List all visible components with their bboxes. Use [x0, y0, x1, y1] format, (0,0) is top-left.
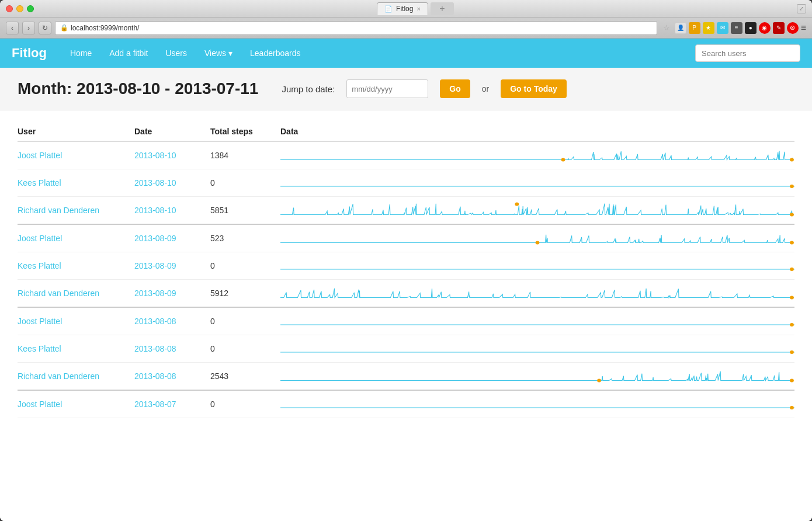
ext3-icon[interactable]: ✉: [717, 22, 728, 34]
tab-close-button[interactable]: ×: [417, 5, 420, 12]
user-link[interactable]: Kees Plattel: [18, 344, 61, 353]
app-content: Fitlog Home Add a fitbit Users Views ▾ L…: [0, 39, 812, 521]
or-text: or: [482, 84, 489, 93]
table-row: Kees Plattel 2013-08-10 0: [18, 169, 794, 197]
col-header-steps: Total steps: [210, 122, 280, 141]
date-value: 2013-08-08: [134, 317, 176, 326]
back-button[interactable]: ‹: [6, 22, 19, 34]
search-input[interactable]: [695, 44, 800, 62]
svg-point-0: [561, 158, 565, 162]
col-header-data: Data: [280, 122, 794, 141]
sparkline: [280, 147, 794, 164]
user-link[interactable]: Joost Plattel: [18, 400, 62, 409]
nav-add-fitbit[interactable]: Add a fitbit: [109, 48, 148, 58]
steps-value: 0: [210, 400, 215, 409]
sparkline: [280, 230, 794, 247]
sparkline: [280, 312, 794, 330]
brand-logo[interactable]: Fitlog: [12, 46, 47, 61]
maximize-button[interactable]: [27, 5, 34, 12]
user-link[interactable]: Richard van Denderen: [18, 206, 99, 215]
steps-value: 5912: [210, 289, 228, 298]
table-row: Joost Plattel 2013-08-09 523: [18, 224, 794, 252]
table-header: User Date Total steps Data: [18, 122, 794, 141]
ext1-icon[interactable]: P: [689, 22, 700, 34]
minimize-button[interactable]: [16, 5, 23, 12]
ext6-icon[interactable]: ◉: [759, 22, 771, 34]
svg-point-13: [790, 406, 794, 409]
address-bar[interactable]: 🔒 localhost:9999/month/: [55, 21, 657, 35]
user-link[interactable]: Richard van Denderen: [18, 371, 99, 381]
tab-title: Fitlog: [396, 5, 413, 13]
table-row: Richard van Denderen 2013-08-09 5912: [18, 280, 794, 308]
ext8-icon[interactable]: ⊗: [787, 22, 799, 34]
date-value: 2013-08-09: [134, 261, 176, 270]
steps-value: 0: [210, 317, 215, 326]
steps-value: 0: [210, 261, 215, 270]
date-input[interactable]: [346, 79, 428, 98]
user-link[interactable]: Kees Plattel: [18, 261, 61, 270]
address-bar-row: ‹ › ↻ 🔒 localhost:9999/month/ ☆ 👤 P ★ ✉ …: [0, 18, 812, 39]
table-row: Joost Plattel 2013-08-10 1384: [18, 141, 794, 169]
table-row: Kees Plattel 2013-08-08 0: [18, 335, 794, 363]
go-today-button[interactable]: Go to Today: [501, 79, 567, 98]
svg-point-2: [790, 185, 794, 188]
menu-icon[interactable]: ≡: [801, 23, 806, 33]
col-header-date: Date: [134, 122, 210, 141]
svg-point-12: [790, 379, 794, 383]
page-header: Month: 2013-08-10 - 2013-07-11 Jump to d…: [0, 68, 812, 110]
main-content: User Date Total steps Data Joost Plattel…: [0, 110, 812, 521]
svg-point-5: [536, 241, 540, 245]
profile-icon[interactable]: 👤: [675, 22, 686, 34]
ext2-icon[interactable]: ★: [703, 22, 714, 34]
steps-value: 5851: [210, 206, 228, 215]
date-value: 2013-08-08: [134, 344, 176, 353]
forward-button[interactable]: ›: [22, 22, 35, 34]
svg-point-10: [790, 350, 794, 354]
browser-tab[interactable]: 📄 Fitlog ×: [377, 2, 428, 15]
sparkline: [280, 257, 794, 275]
steps-value: 2543: [210, 371, 228, 381]
date-value: 2013-08-07: [134, 400, 176, 409]
date-value: 2013-08-10: [134, 178, 176, 187]
nav-home[interactable]: Home: [70, 48, 92, 58]
sparkline: [280, 174, 794, 192]
date-value: 2013-08-09: [134, 234, 176, 243]
svg-point-3: [515, 203, 519, 206]
refresh-button[interactable]: ↻: [39, 22, 51, 34]
user-link[interactable]: Joost Plattel: [18, 317, 62, 326]
ext7-icon[interactable]: ✎: [773, 22, 785, 34]
bookmark-icon[interactable]: ☆: [661, 22, 672, 34]
user-link[interactable]: Joost Plattel: [18, 151, 62, 160]
sparkline: [280, 284, 794, 302]
ext5-icon[interactable]: ●: [745, 22, 757, 34]
table-body: Joost Plattel 2013-08-10 1384 Kees Platt…: [18, 141, 794, 418]
go-button[interactable]: Go: [440, 79, 470, 98]
steps-value: 523: [210, 234, 224, 243]
user-link[interactable]: Joost Plattel: [18, 234, 62, 243]
svg-point-9: [790, 323, 794, 327]
sparkline: [280, 202, 794, 219]
nav-views[interactable]: Views ▾: [204, 48, 233, 58]
steps-value: 0: [210, 344, 215, 353]
data-table: User Date Total steps Data Joost Plattel…: [18, 122, 794, 418]
user-link[interactable]: Richard van Denderen: [18, 289, 99, 298]
nav-leaderboards[interactable]: Leaderboards: [250, 48, 300, 58]
title-bar: 📄 Fitlog × + ⤢: [0, 0, 812, 18]
jump-label: Jump to date:: [282, 84, 335, 94]
svg-point-4: [790, 213, 794, 217]
date-value: 2013-08-09: [134, 289, 176, 298]
close-button[interactable]: [6, 5, 13, 12]
user-link[interactable]: Kees Plattel: [18, 178, 61, 187]
col-header-user: User: [18, 122, 134, 141]
steps-value: 0: [210, 178, 215, 187]
date-value: 2013-08-10: [134, 206, 176, 215]
page-title: Month: 2013-08-10 - 2013-07-11: [18, 79, 258, 98]
svg-point-11: [597, 379, 601, 383]
svg-point-6: [790, 241, 794, 245]
nav-users[interactable]: Users: [165, 48, 187, 58]
date-value: 2013-08-10: [134, 151, 176, 160]
sparkline: [280, 395, 794, 413]
ext4-icon[interactable]: ≡: [731, 22, 742, 34]
restore-button[interactable]: ⤢: [797, 4, 806, 13]
svg-point-7: [790, 268, 794, 271]
